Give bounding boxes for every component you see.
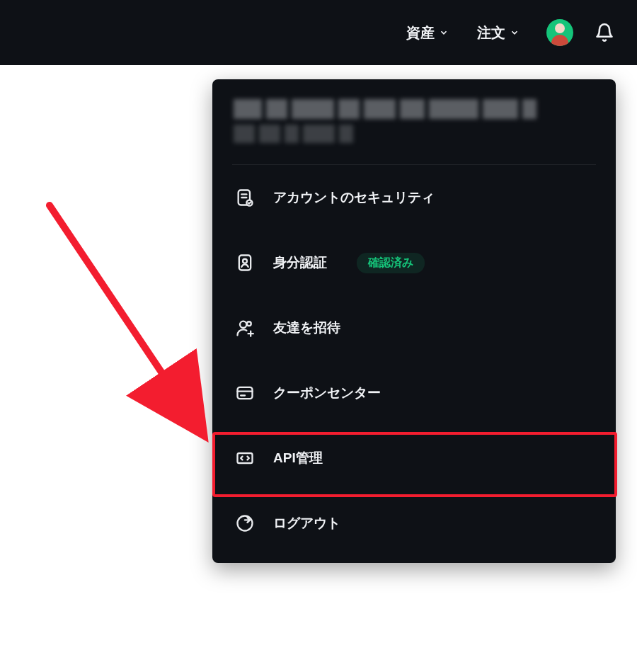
avatar[interactable]: [546, 19, 573, 46]
top-nav-bar: 資産 注文: [0, 0, 637, 65]
coupon-icon: [234, 382, 256, 404]
nav-assets-label: 資産: [406, 23, 435, 42]
notifications-button[interactable]: [593, 21, 616, 44]
nav-assets[interactable]: 資産: [392, 23, 463, 42]
menu-label-security: アカウントのセキュリティ: [273, 188, 435, 207]
menu-item-invite[interactable]: 友達を招待: [212, 295, 616, 360]
dropdown-user-info: [212, 79, 616, 164]
menu-item-api[interactable]: API管理: [212, 426, 616, 491]
menu-item-identity[interactable]: 身分認証 確認済み: [212, 230, 616, 295]
logout-icon: [234, 512, 256, 535]
user-dropdown: アカウントのセキュリティ 身分認証 確認済み 友達を招待 クーポンセンター AP…: [212, 79, 616, 563]
menu-item-logout[interactable]: ログアウト: [212, 491, 616, 556]
svg-rect-10: [238, 387, 253, 399]
svg-point-6: [240, 321, 246, 328]
api-icon: [234, 447, 256, 469]
menu-item-coupon[interactable]: クーポンセンター: [212, 360, 616, 426]
invite-icon: [234, 317, 256, 339]
menu-label-api: API管理: [273, 449, 323, 467]
svg-point-7: [247, 321, 251, 326]
menu-label-coupon: クーポンセンター: [273, 384, 381, 402]
chevron-down-icon: [510, 28, 520, 38]
svg-rect-13: [238, 453, 253, 463]
bell-icon: [595, 23, 614, 42]
shield-icon: [234, 186, 256, 209]
menu-item-security[interactable]: アカウントのセキュリティ: [212, 165, 616, 230]
nav-orders-label: 注文: [477, 23, 505, 42]
menu-label-logout: ログアウト: [273, 514, 340, 533]
svg-point-14: [238, 516, 253, 531]
nav-orders[interactable]: 注文: [463, 23, 534, 42]
menu-label-invite: 友達を招待: [273, 319, 340, 337]
menu-label-identity: 身分認証: [273, 254, 327, 272]
id-card-icon: [234, 251, 256, 274]
verified-badge: 確認済み: [357, 253, 425, 273]
chevron-down-icon: [439, 28, 449, 38]
svg-point-5: [243, 259, 247, 263]
